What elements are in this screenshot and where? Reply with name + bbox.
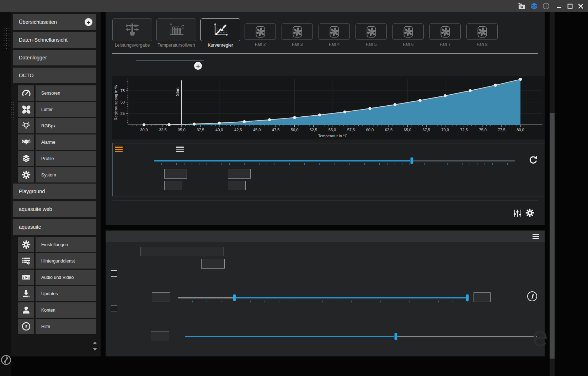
sidebar-item-rgbpx[interactable]: RGBpx (36, 118, 96, 133)
manual-mode-icon[interactable] (176, 147, 184, 152)
fan-tab-fan-7[interactable] (429, 23, 461, 40)
fan-tab-fan-3[interactable] (282, 23, 313, 40)
svg-text:45,0: 45,0 (253, 128, 261, 132)
hold-min-checkbox[interactable] (111, 306, 117, 312)
curve-shape-slider-thumb[interactable] (410, 157, 413, 164)
media-icon[interactable] (18, 270, 34, 285)
sidebar-item-octo[interactable]: OCTO (13, 68, 96, 83)
info-icon[interactable] (541, 0, 551, 12)
curve-settings-group (112, 143, 543, 196)
sidebar-item-konten[interactable]: Konten (36, 302, 96, 318)
gear-icon[interactable] (525, 208, 535, 219)
end-temp-spinner[interactable] (228, 169, 251, 179)
sidebar-item-aquasuite-web[interactable]: aquasuite web (13, 201, 96, 217)
sidebar-item-audio-und-video[interactable]: Audio und Video (36, 270, 96, 285)
start-temp-spinner[interactable] (164, 169, 187, 179)
sidebar-item-einstellungen[interactable]: Einstellungen (36, 237, 96, 252)
fan-tab-fan-2[interactable] (245, 23, 276, 40)
sidebar-item-playground[interactable]: Playground (13, 184, 96, 199)
svg-text:72,5: 72,5 (460, 128, 467, 132)
max-power-spinner[interactable] (474, 292, 491, 302)
fan-settings-panel: i (106, 231, 545, 356)
divider (112, 201, 538, 201)
add-page-icon[interactable]: + (85, 18, 92, 26)
end-power-spinner[interactable] (228, 181, 246, 190)
add-source-icon[interactable]: + (194, 62, 202, 70)
auto-mode-icon[interactable] (115, 147, 123, 152)
menu-icon[interactable] (533, 234, 539, 239)
sidebar-item-l-fter[interactable]: Lüfter (36, 102, 96, 117)
sidebar-item-datenlogger[interactable]: Datenlogger (13, 50, 96, 65)
close-button[interactable] (575, 0, 586, 12)
curve-shape-slider-ticks (154, 163, 515, 165)
sidebar-item-updates[interactable]: Updates (36, 286, 96, 301)
max-power-info-icon[interactable]: i (527, 291, 537, 301)
fan-tab-fan-8[interactable] (466, 23, 498, 40)
background-watermark: e (532, 320, 548, 353)
layers-icon[interactable] (529, 0, 539, 12)
maximize-button[interactable] (565, 0, 575, 12)
fan-curve-chart[interactable]: 30,032,535,037,540,042,545,047,550,052,5… (112, 76, 545, 139)
mode-tab-leistungsvorgabe[interactable] (112, 18, 152, 41)
max-rpm-spinner[interactable] (201, 259, 225, 269)
fan-tab-label: Fan 8 (466, 42, 498, 47)
fallback-slider-track-rest[interactable] (396, 336, 537, 337)
gear-icon[interactable] (18, 167, 34, 182)
sidebar-scroll-down-icon[interactable] (93, 348, 97, 351)
user-icon[interactable] (18, 302, 34, 318)
sidebar-item-hilfe[interactable]: Hilfe (36, 319, 96, 334)
svg-text:77,5: 77,5 (498, 128, 505, 132)
fan-tab-fan-5[interactable] (356, 23, 387, 40)
min-power-spinner[interactable] (152, 292, 170, 302)
alarm-icon[interactable] (18, 134, 34, 150)
svg-text:75,0: 75,0 (479, 128, 486, 132)
service-icon[interactable] (18, 253, 34, 269)
sidebar: Übersichtsseiten+Daten-SchnellansichtDat… (11, 12, 101, 356)
startboost-checkbox[interactable] (111, 270, 117, 277)
sidebar-item-aquasuite[interactable]: aquasuite (13, 219, 96, 235)
divider (112, 53, 538, 54)
curve-shape-slider-track[interactable] (154, 160, 412, 161)
sidebar-item-bersichtsseiten[interactable]: Übersichtsseiten+ (13, 14, 96, 30)
fallback-slider-track[interactable] (185, 336, 396, 337)
layers-icon[interactable] (18, 151, 34, 166)
svg-text:60,0: 60,0 (366, 128, 374, 132)
fan-tab-fan-4[interactable] (319, 23, 350, 40)
sidebar-item-sensoren[interactable]: Sensoren (36, 85, 96, 101)
curve-shape-slider-track-rest[interactable] (412, 160, 515, 161)
sidebar-item-hintergunddienst[interactable]: Hintergunddienst (36, 253, 96, 269)
power-range-track-left[interactable] (178, 297, 235, 298)
sidebar-scroll-up-icon[interactable] (93, 341, 97, 344)
mode-tab-temperatursollwert[interactable] (156, 18, 196, 41)
svg-text:40,0: 40,0 (215, 128, 223, 132)
refresh-icon[interactable] (528, 155, 539, 167)
download-icon[interactable] (18, 286, 34, 301)
controller-source-button[interactable]: + (136, 60, 204, 71)
fan-tab-fan-6[interactable] (392, 23, 424, 40)
start-power-spinner[interactable] (164, 181, 182, 190)
svg-text:25: 25 (121, 111, 125, 116)
fallback-slider-thumb[interactable] (394, 333, 397, 340)
minimize-button[interactable] (554, 0, 565, 12)
power-range-track[interactable] (235, 297, 467, 298)
gauge-icon[interactable] (18, 85, 34, 101)
mixer-icon[interactable] (513, 209, 522, 219)
max-power-thumb[interactable] (466, 294, 469, 301)
fan-icon[interactable] (18, 102, 34, 117)
gear-icon[interactable] (18, 237, 34, 252)
svg-text:80,0: 80,0 (517, 128, 524, 132)
mode-tab-kurvenregler[interactable] (201, 18, 240, 41)
min-power-thumb[interactable] (233, 294, 236, 301)
svg-text:42,5: 42,5 (234, 128, 242, 132)
sidebar-item-system[interactable]: System (36, 167, 96, 182)
bulb-icon[interactable] (18, 118, 34, 133)
sidebar-item-profile[interactable]: Profile (36, 151, 96, 166)
help-icon[interactable]: ? (18, 319, 34, 334)
vertical-scrollbar-thumb[interactable] (550, 113, 555, 359)
fallback-power-spinner[interactable] (151, 332, 169, 341)
screenshot-icon[interactable] (517, 0, 527, 12)
sidebar-item-alarme[interactable]: Alarme (36, 134, 96, 150)
fan-name-input[interactable] (140, 247, 224, 256)
sidebar-item-daten-schnellansicht[interactable]: Daten-Schnellansicht (13, 32, 96, 48)
svg-text:35,0: 35,0 (178, 128, 185, 132)
